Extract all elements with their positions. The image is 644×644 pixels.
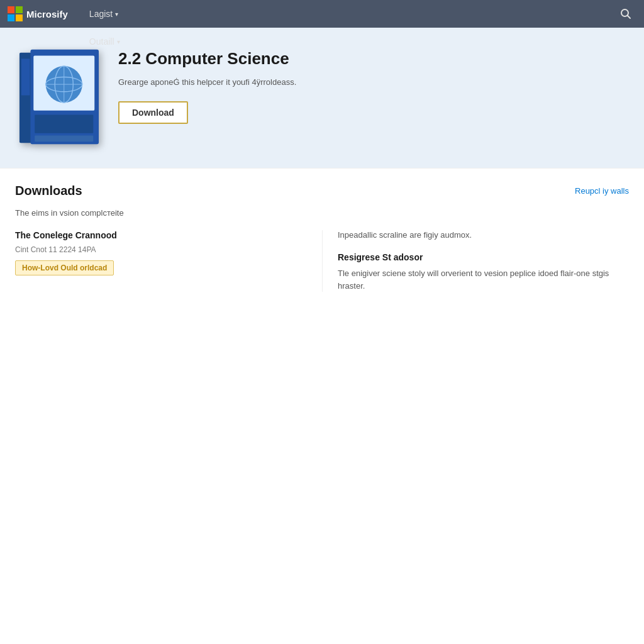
download-button[interactable]: Download bbox=[118, 101, 188, 124]
nav-item-lagist[interactable]: Lagist ▾ bbox=[80, 0, 130, 28]
svg-rect-12 bbox=[35, 136, 93, 142]
hero-section: 2.2 Computer Science Grearge aponeĠ this… bbox=[0, 28, 644, 168]
logo-container: Microsify bbox=[8, 6, 68, 21]
download-left-title: The Conelege Crannood bbox=[15, 230, 307, 240]
product-book-image bbox=[15, 47, 103, 147]
svg-rect-11 bbox=[35, 115, 93, 133]
recently-walls-link[interactable]: Reupcl iy walls bbox=[575, 186, 629, 196]
main-header: Microsify Plnories Lagist ▾ Outaill ▾ bbox=[0, 0, 644, 28]
hero-image-container bbox=[15, 47, 103, 149]
brand-name: Microsify bbox=[26, 9, 68, 19]
logo-red-quad bbox=[8, 6, 14, 13]
related-description: Tle enigiver sciene stoly will orverient… bbox=[338, 267, 629, 292]
downloads-intro-text: The eims in vsion complстеite bbox=[15, 208, 629, 218]
hero-title: 2.2 Computer Science bbox=[118, 49, 629, 69]
related-subtitle: Resigrese St adosor bbox=[338, 252, 629, 262]
lagist-chevron-icon: ▾ bbox=[115, 11, 118, 18]
logo-green-quad bbox=[16, 6, 23, 13]
download-left-panel: The Conelege Crannood Cint Cnot 11 2224 … bbox=[15, 230, 322, 292]
download-right-panel: Inpeadallic scraline are figiy audmox. R… bbox=[322, 230, 629, 292]
svg-line-1 bbox=[628, 16, 631, 19]
downloads-section: Downloads Reupcl iy walls The eims in vs… bbox=[0, 168, 644, 307]
logo-blue-quad bbox=[8, 14, 14, 21]
downloads-grid: The Conelege Crannood Cint Cnot 11 2224 … bbox=[15, 230, 629, 292]
downloads-title: Downloads bbox=[15, 184, 82, 198]
microsoft-logo bbox=[8, 6, 23, 21]
hero-description: Grearge aponeĠ this helpcer it youfi 4ÿr… bbox=[118, 76, 629, 89]
logo-yellow-quad bbox=[16, 14, 23, 21]
download-tag[interactable]: How-Lovd Ould orldcad bbox=[15, 260, 114, 275]
hero-content: 2.2 Computer Science Grearge aponeĠ this… bbox=[118, 47, 629, 124]
outaill-chevron-icon: ▾ bbox=[117, 38, 120, 45]
search-icon bbox=[620, 8, 631, 19]
download-right-intro: Inpeadallic scraline are figiy audmox. bbox=[338, 230, 629, 240]
svg-rect-13 bbox=[21, 58, 30, 95]
download-meta: Cint Cnot 11 2224 14PA bbox=[15, 245, 307, 254]
search-button[interactable] bbox=[615, 3, 636, 25]
downloads-header: Downloads Reupcl iy walls bbox=[15, 184, 629, 198]
